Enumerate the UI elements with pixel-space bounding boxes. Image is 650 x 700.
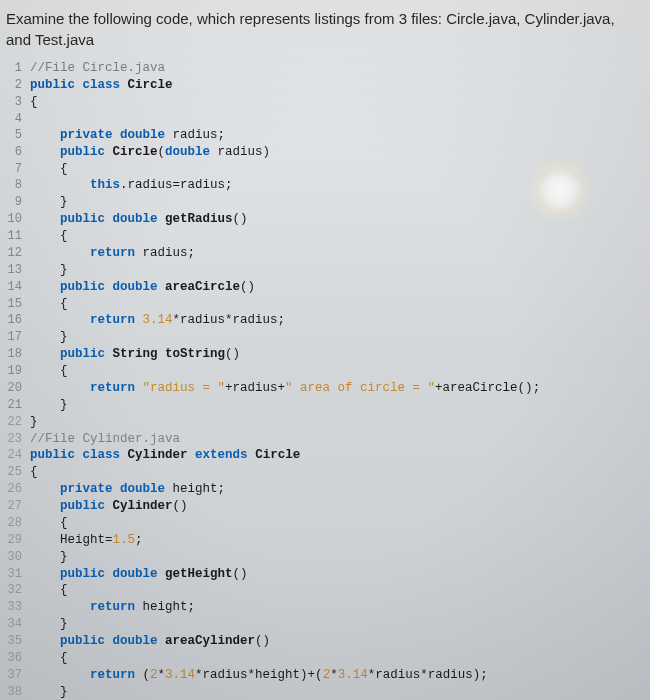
code-content: } [30, 329, 646, 346]
code-line: 5 private double radius; [6, 127, 646, 144]
code-content: { [30, 228, 646, 245]
code-content: } [30, 194, 646, 211]
code-line: 6 public Circle(double radius) [6, 144, 646, 161]
code-line: 9 } [6, 194, 646, 211]
code-line: 10 public double getRadius() [6, 211, 646, 228]
line-number: 36 [6, 650, 30, 667]
code-content: { [30, 296, 646, 313]
line-number: 10 [6, 211, 30, 228]
code-line: 29 Height=1.5; [6, 532, 646, 549]
line-number: 9 [6, 194, 30, 211]
line-number: 25 [6, 464, 30, 481]
line-number: 26 [6, 481, 30, 498]
code-content: public Circle(double radius) [30, 144, 646, 161]
code-content: public class Circle [30, 77, 646, 94]
header-text: Examine the following code, which repres… [6, 10, 615, 48]
code-content: } [30, 616, 646, 633]
code-content: return radius; [30, 245, 646, 262]
line-number: 24 [6, 447, 30, 464]
line-number: 32 [6, 582, 30, 599]
line-number: 6 [6, 144, 30, 161]
code-line: 27 public Cylinder() [6, 498, 646, 515]
line-number: 18 [6, 346, 30, 363]
code-content: private double height; [30, 481, 646, 498]
code-content: } [30, 397, 646, 414]
line-number: 30 [6, 549, 30, 566]
code-content: { [30, 161, 646, 178]
line-number: 3 [6, 94, 30, 111]
line-number: 22 [6, 414, 30, 431]
line-number: 21 [6, 397, 30, 414]
line-number: 28 [6, 515, 30, 532]
code-content: { [30, 94, 646, 111]
code-content: public double getHeight() [30, 566, 646, 583]
code-content: { [30, 515, 646, 532]
code-line: 28 { [6, 515, 646, 532]
code-line: 22} [6, 414, 646, 431]
code-content: public double areaCylinder() [30, 633, 646, 650]
code-line: 11 { [6, 228, 646, 245]
line-number: 35 [6, 633, 30, 650]
code-content: return (2*3.14*radius*height)+(2*3.14*ra… [30, 667, 646, 684]
code-content: //File Cylinder.java [30, 431, 646, 448]
line-number: 5 [6, 127, 30, 144]
code-line: 32 { [6, 582, 646, 599]
line-number: 23 [6, 431, 30, 448]
line-number: 2 [6, 77, 30, 94]
code-line: 20 return "radius = "+radius+" area of c… [6, 380, 646, 397]
line-number: 4 [6, 111, 30, 127]
line-number: 7 [6, 161, 30, 178]
code-content: public double getRadius() [30, 211, 646, 228]
code-content: private double radius; [30, 127, 646, 144]
code-block: 1//File Circle.java2public class Circle3… [4, 60, 646, 700]
code-content: public double areaCircle() [30, 279, 646, 296]
code-line: 37 return (2*3.14*radius*height)+(2*3.14… [6, 667, 646, 684]
code-line: 1//File Circle.java [6, 60, 646, 77]
line-number: 38 [6, 684, 30, 700]
code-line: 24public class Cylinder extends Circle [6, 447, 646, 464]
code-line: 3{ [6, 94, 646, 111]
line-number: 27 [6, 498, 30, 515]
line-number: 19 [6, 363, 30, 380]
line-number: 15 [6, 296, 30, 313]
code-line: 17 } [6, 329, 646, 346]
line-number: 29 [6, 532, 30, 549]
code-content: { [30, 582, 646, 599]
line-number: 12 [6, 245, 30, 262]
line-number: 14 [6, 279, 30, 296]
code-content: return height; [30, 599, 646, 616]
code-content: return 3.14*radius*radius; [30, 312, 646, 329]
code-line: 38 } [6, 684, 646, 700]
code-content: this.radius=radius; [30, 177, 646, 194]
line-number: 20 [6, 380, 30, 397]
code-line: 16 return 3.14*radius*radius; [6, 312, 646, 329]
code-content: } [30, 414, 646, 431]
code-line: 2public class Circle [6, 77, 646, 94]
code-line: 30 } [6, 549, 646, 566]
code-line: 8 this.radius=radius; [6, 177, 646, 194]
code-line: 14 public double areaCircle() [6, 279, 646, 296]
code-line: 36 { [6, 650, 646, 667]
code-content: { [30, 464, 646, 481]
code-line: 19 { [6, 363, 646, 380]
line-number: 13 [6, 262, 30, 279]
code-content: public String toString() [30, 346, 646, 363]
line-number: 34 [6, 616, 30, 633]
line-number: 8 [6, 177, 30, 194]
code-content: { [30, 363, 646, 380]
code-line: 23//File Cylinder.java [6, 431, 646, 448]
code-line: 25{ [6, 464, 646, 481]
line-number: 11 [6, 228, 30, 245]
code-line: 21 } [6, 397, 646, 414]
code-line: 31 public double getHeight() [6, 566, 646, 583]
code-content: Height=1.5; [30, 532, 646, 549]
line-number: 37 [6, 667, 30, 684]
code-line: 4 [6, 111, 646, 127]
line-number: 33 [6, 599, 30, 616]
line-number: 31 [6, 566, 30, 583]
code-content: } [30, 262, 646, 279]
code-content: return "radius = "+radius+" area of circ… [30, 380, 646, 397]
code-line: 15 { [6, 296, 646, 313]
code-line: 13 } [6, 262, 646, 279]
code-line: 34 } [6, 616, 646, 633]
